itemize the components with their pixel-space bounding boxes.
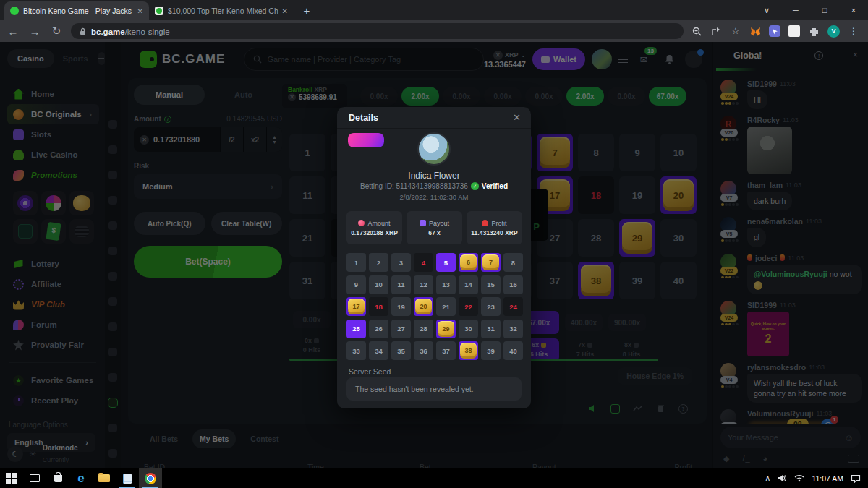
tab-close-icon[interactable]: ✕ bbox=[282, 7, 288, 15]
windows-taskbar: e ∧ 11:07 AM bbox=[0, 468, 868, 488]
stat-label: Profit bbox=[491, 220, 506, 227]
keno-cell: 16 bbox=[503, 275, 523, 294]
keno-cell: 9 bbox=[346, 275, 366, 294]
keno-cell: 11 bbox=[391, 275, 411, 294]
site-favicon-icon bbox=[10, 7, 19, 15]
tab-search-icon[interactable]: ∨ bbox=[752, 0, 781, 20]
stat-card: Profit11.4313240 XRP bbox=[467, 211, 522, 244]
keno-cell: 3 bbox=[391, 253, 411, 272]
keno-cell: 37 bbox=[436, 341, 456, 360]
minimize-button[interactable]: ─ bbox=[781, 0, 810, 20]
keno-cell: 13 bbox=[436, 275, 456, 294]
metamask-extension-icon[interactable] bbox=[749, 25, 761, 37]
browser-tab[interactable]: $10,000 Top Tier Keno Mixed Cha✕ bbox=[149, 1, 294, 20]
address-bar[interactable]: bc.game/keno-single bbox=[71, 23, 684, 39]
new-tab-button[interactable]: + bbox=[298, 1, 315, 19]
clock[interactable]: 11:07 AM bbox=[812, 474, 843, 483]
stat-label: Amount bbox=[367, 220, 390, 227]
keno-board-modal: 1234567891011121314151617181920212223242… bbox=[346, 253, 523, 361]
keno-cell: 29 bbox=[436, 320, 456, 338]
keno-cell: 24 bbox=[503, 297, 523, 316]
keno-cell: 21 bbox=[436, 297, 456, 316]
tray-expand-icon[interactable]: ∧ bbox=[765, 474, 770, 483]
keno-cell: 33 bbox=[346, 341, 366, 360]
player-avatar[interactable] bbox=[417, 132, 451, 166]
tab-title: $10,000 Top Tier Keno Mixed Cha bbox=[168, 7, 278, 15]
zoom-icon[interactable] bbox=[691, 25, 702, 37]
keno-cell: 36 bbox=[414, 341, 433, 360]
keno-cell: 7 bbox=[481, 253, 501, 272]
person-icon bbox=[482, 220, 488, 226]
bet-stats: Amount0.17320188 XRPPayout67 xProfit11.4… bbox=[346, 211, 522, 244]
keno-cell: 2 bbox=[369, 253, 388, 272]
menu-dots-icon[interactable]: ⋮ bbox=[848, 25, 859, 37]
keno-cell: 19 bbox=[391, 297, 411, 316]
details-modal: Details ✕ Indica Flower Betting ID: 5114… bbox=[337, 107, 531, 408]
tab-strip: Bitcoin Keno Game - Play Jacks o✕$10,000… bbox=[0, 0, 315, 20]
browser-tab-bar: Bitcoin Keno Game - Play Jacks o✕$10,000… bbox=[0, 0, 868, 20]
keno-cell: 40 bbox=[503, 341, 523, 360]
gold-chip: 38 bbox=[460, 343, 477, 359]
tab-close-icon[interactable]: ✕ bbox=[137, 7, 143, 15]
keno-cell: 15 bbox=[481, 275, 501, 294]
stat-card: Payout67 x bbox=[407, 211, 462, 244]
keno-cell: 22 bbox=[459, 297, 478, 316]
file-explorer-icon[interactable] bbox=[93, 468, 116, 488]
qr-extension-icon[interactable] bbox=[788, 25, 800, 37]
verified-shield-icon: ✓ bbox=[471, 182, 479, 190]
chrome-icon[interactable] bbox=[139, 468, 162, 488]
maximize-button[interactable]: □ bbox=[810, 0, 839, 20]
start-button[interactable] bbox=[0, 468, 23, 488]
keno-cell: 18 bbox=[369, 297, 388, 316]
reload-button[interactable]: ↻ bbox=[49, 25, 64, 38]
keno-cell: 32 bbox=[503, 320, 523, 338]
screen: Bitcoin Keno Game - Play Jacks o✕$10,000… bbox=[0, 0, 868, 488]
task-view-button[interactable] bbox=[23, 468, 46, 488]
store-icon[interactable] bbox=[46, 468, 69, 488]
betting-id-row: Betting ID: 511434139988813736 ✓ Verifie… bbox=[337, 182, 531, 190]
forward-button[interactable]: → bbox=[27, 25, 42, 38]
back-button[interactable]: ← bbox=[6, 25, 20, 38]
share-icon[interactable] bbox=[710, 25, 722, 37]
modal-close-icon[interactable]: ✕ bbox=[513, 112, 521, 123]
betting-id-value: 511434139988813736 bbox=[396, 182, 467, 190]
cursor-extension-icon[interactable] bbox=[769, 25, 780, 37]
keno-cell: 26 bbox=[369, 320, 388, 338]
notepad-icon[interactable] bbox=[116, 468, 139, 488]
keno-cell: 39 bbox=[481, 341, 501, 360]
stat-value: 11.4313240 XRP bbox=[471, 229, 517, 236]
lock-icon bbox=[80, 27, 86, 35]
modal-header: Details ✕ bbox=[337, 107, 531, 129]
verified-label: Verified bbox=[482, 182, 508, 190]
extensions-puzzle-icon[interactable] bbox=[808, 25, 820, 37]
edge-icon[interactable]: e bbox=[69, 468, 93, 488]
system-tray: ∧ 11:07 AM bbox=[765, 474, 868, 483]
close-button[interactable]: × bbox=[839, 0, 868, 20]
gold-chip: 7 bbox=[482, 254, 499, 270]
stat-value: 67 x bbox=[428, 229, 441, 236]
server-seed-value: The seed hasn't been revealed yet. bbox=[346, 377, 522, 401]
stat-label: Payout bbox=[429, 220, 449, 227]
coins-icon bbox=[358, 220, 365, 226]
gold-chip: 29 bbox=[438, 321, 454, 337]
keno-cell: 5 bbox=[436, 253, 456, 272]
keno-cell: 14 bbox=[459, 275, 478, 294]
action-center-icon[interactable] bbox=[851, 474, 861, 483]
bookmark-star-icon[interactable]: ☆ bbox=[730, 25, 741, 37]
volume-icon[interactable] bbox=[778, 474, 787, 482]
browser-toolbar: ← → ↻ bc.game/keno-single ☆ V ⋮ bbox=[0, 20, 868, 42]
bcgame-app: Casino Sports HomeBC Originals›SlotsLive… bbox=[0, 42, 868, 468]
wifi-icon[interactable] bbox=[794, 474, 804, 482]
keno-cell: 35 bbox=[391, 341, 411, 360]
stat-value: 0.17320188 XRP bbox=[351, 229, 398, 236]
browser-tab[interactable]: Bitcoin Keno Game - Play Jacks o✕ bbox=[4, 1, 149, 20]
gold-chip: 6 bbox=[460, 254, 477, 270]
keno-cell: 28 bbox=[414, 320, 433, 338]
keno-cell: 34 bbox=[369, 341, 388, 360]
tab-title: Bitcoin Keno Game - Play Jacks o bbox=[23, 7, 133, 15]
keno-cell: 12 bbox=[414, 275, 433, 294]
player-name[interactable]: Indica Flower bbox=[337, 171, 531, 181]
site-favicon-icon bbox=[155, 7, 163, 15]
browser-profile-avatar[interactable]: V bbox=[827, 25, 840, 38]
keno-cell: 27 bbox=[391, 320, 411, 338]
